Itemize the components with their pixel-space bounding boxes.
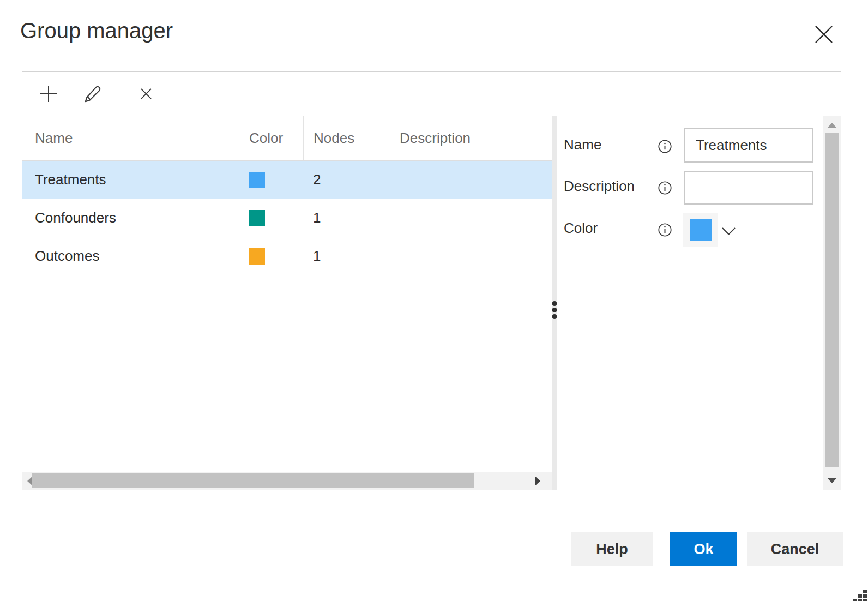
- name-info-icon[interactable]: [658, 139, 672, 154]
- pencil-icon: [82, 83, 104, 105]
- scroll-up-arrow-icon[interactable]: [827, 123, 837, 128]
- group-manager-body: Name Color Nodes Description Treatments …: [22, 71, 841, 490]
- column-header-description: Description: [389, 116, 552, 160]
- cancel-button[interactable]: Cancel: [747, 532, 843, 566]
- table-row-treatments[interactable]: Treatments 2: [22, 161, 552, 199]
- row-description-cell: [389, 161, 552, 199]
- close-button[interactable]: [812, 22, 836, 46]
- table-row-confounders[interactable]: Confounders 1: [22, 199, 552, 237]
- vertical-scrollbar-thumb[interactable]: [825, 133, 839, 467]
- color-picker-button[interactable]: [683, 213, 718, 247]
- column-header-nodes: Nodes: [303, 116, 389, 160]
- close-x-icon: [814, 25, 834, 44]
- x-icon: [139, 87, 153, 101]
- toolbar-divider: [122, 80, 122, 107]
- toolbar: [22, 72, 841, 116]
- column-header-color: Color: [238, 116, 303, 160]
- selected-color-swatch: [690, 219, 712, 241]
- row-name-cell: Outcomes: [22, 237, 238, 275]
- horizontal-scrollbar-thumb[interactable]: [32, 473, 474, 488]
- group-manager-dialog: Group manager: [0, 0, 868, 601]
- ok-button[interactable]: Ok: [670, 532, 737, 566]
- row-nodes-cell: 1: [303, 199, 389, 237]
- row-color-swatch: [249, 248, 265, 265]
- description-info-icon[interactable]: [658, 181, 672, 195]
- content-area: Name Color Nodes Description Treatments …: [22, 116, 841, 490]
- scroll-right-arrow-icon[interactable]: [535, 476, 540, 486]
- resize-grip[interactable]: [853, 590, 867, 601]
- chevron-down-icon: [721, 227, 736, 236]
- delete-group-button[interactable]: [131, 79, 161, 109]
- row-color-cell: [238, 161, 303, 199]
- column-header-name: Name: [22, 116, 238, 160]
- row-color-swatch: [249, 210, 265, 226]
- row-nodes-cell: 1: [303, 237, 389, 275]
- row-nodes-cell: 2: [303, 161, 389, 199]
- table-header: Name Color Nodes Description: [22, 116, 552, 161]
- row-color-swatch: [249, 172, 265, 188]
- row-color-cell: [238, 199, 303, 237]
- color-info-icon[interactable]: [658, 223, 672, 237]
- description-input[interactable]: [684, 171, 813, 205]
- description-label: Description: [564, 177, 635, 195]
- color-dropdown-button[interactable]: [721, 227, 736, 238]
- add-group-button[interactable]: [33, 79, 64, 109]
- row-name-cell: Treatments: [22, 161, 238, 199]
- row-name-cell: Confounders: [22, 199, 238, 237]
- help-button[interactable]: Help: [571, 532, 653, 566]
- edit-group-button[interactable]: [78, 79, 108, 109]
- panel-splitter[interactable]: [552, 116, 557, 490]
- name-label: Name: [564, 136, 601, 153]
- dialog-title: Group manager: [20, 19, 173, 43]
- color-label: Color: [564, 219, 598, 237]
- table-row-outcomes[interactable]: Outcomes 1: [22, 237, 552, 275]
- row-description-cell: [389, 237, 552, 275]
- name-input[interactable]: [684, 128, 813, 163]
- horizontal-scrollbar[interactable]: [22, 472, 552, 490]
- row-color-cell: [238, 237, 303, 275]
- row-description-cell: [389, 199, 552, 237]
- group-details-panel: Name Description: [557, 116, 823, 490]
- scroll-down-arrow-icon[interactable]: [827, 478, 837, 483]
- group-table: Name Color Nodes Description Treatments …: [22, 116, 552, 490]
- vertical-scrollbar[interactable]: [823, 116, 841, 490]
- plus-icon: [39, 84, 58, 104]
